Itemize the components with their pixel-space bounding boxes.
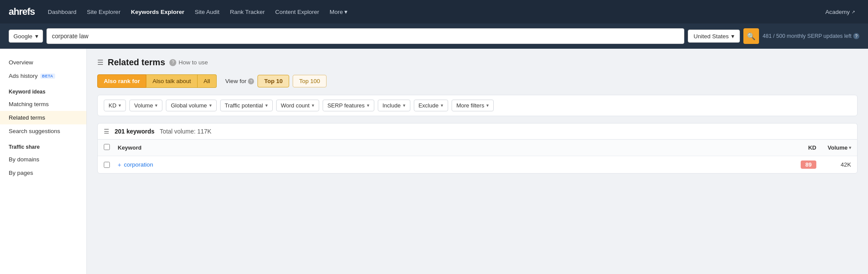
table-row-keyword-link[interactable]: corporation (124, 161, 153, 168)
hamburger-icon[interactable]: ☰ (97, 58, 103, 67)
sidebar-item-related-terms[interactable]: Related terms (0, 111, 86, 124)
country-chevron-icon: ▾ (731, 33, 734, 40)
total-volume: Total volume: 117K (160, 128, 211, 135)
nav-academy-label: Academy (825, 9, 850, 15)
tab-group: Also rank for Also talk about All View f… (97, 74, 858, 88)
table-row-checkbox[interactable] (104, 162, 110, 168)
search-button[interactable]: 🔍 (743, 28, 759, 44)
country-label: United States (693, 33, 729, 40)
nav-more-chevron-icon: ▾ (344, 8, 347, 15)
sidebar-item-search-suggestions[interactable]: Search suggestions (0, 124, 86, 138)
nav-content-explorer[interactable]: Content Explorer (271, 6, 323, 18)
sidebar-item-by-domains[interactable]: By domains (0, 153, 86, 166)
filters-row: KD Volume Global volume Traffic potentia… (97, 95, 858, 116)
table-header-volume[interactable]: Volume ▾ (816, 144, 851, 151)
engine-chevron-icon: ▾ (35, 33, 38, 40)
serp-info: 481 / 500 monthly SERP updates left ? (762, 33, 859, 39)
view-for-label: View for ? (225, 78, 254, 84)
table-header-kd: KD (790, 144, 816, 151)
sidebar-item-search-suggestions-label: Search suggestions (9, 128, 60, 134)
engine-label: Google (13, 33, 33, 40)
logo[interactable]: ahrefs (9, 6, 35, 17)
view-btn-top10[interactable]: Top 10 (257, 75, 289, 87)
sidebar-item-by-pages-label: By pages (9, 170, 33, 176)
table-header-keyword: Keyword (118, 144, 790, 151)
sidebar-item-ads-history[interactable]: Ads history BETA (0, 69, 86, 83)
tab-also-rank-for[interactable]: Also rank for (97, 74, 146, 88)
filter-serp-features-chevron-icon (367, 103, 370, 108)
filter-global-volume-chevron-icon (209, 103, 212, 108)
filter-global-volume[interactable]: Global volume (166, 100, 216, 111)
nav-academy[interactable]: Academy ↗ (821, 6, 859, 18)
page-title: Related terms (108, 57, 165, 67)
filter-serp-features[interactable]: SERP features (323, 100, 374, 111)
sidebar-section-keyword-ideas: Keyword ideas (0, 83, 86, 97)
view-btn-top100[interactable]: Top 100 (293, 75, 327, 87)
table-header: Keyword KD Volume ▾ (98, 140, 857, 156)
filter-exclude-label: Exclude (419, 102, 439, 109)
filter-exclude[interactable]: Exclude (414, 100, 448, 111)
filter-more-filters-label: More filters (456, 102, 484, 109)
search-input-wrap (46, 28, 685, 44)
sidebar-item-matching-terms[interactable]: Matching terms (0, 97, 86, 111)
nav-dashboard[interactable]: Dashboard (43, 6, 81, 18)
filter-volume[interactable]: Volume (129, 100, 162, 111)
sidebar-item-matching-terms-label: Matching terms (9, 101, 49, 107)
external-link-icon: ↗ (851, 10, 855, 14)
filter-traffic-potential[interactable]: Traffic potential (220, 100, 273, 111)
top-nav: ahrefs Dashboard Site Explorer Keywords … (0, 0, 868, 23)
how-to-use-help-icon: ? (169, 59, 176, 66)
view-for-group: View for ? Top 10 Top 100 (225, 75, 327, 87)
main-layout: Overview Ads history BETA Keyword ideas … (0, 49, 868, 274)
view-for-help-icon[interactable]: ? (248, 78, 254, 84)
keywords-table: Keyword KD Volume ▾ + corporation 89 42K (97, 139, 858, 174)
sidebar-section-traffic-share: Traffic share (0, 138, 86, 153)
nav-more-label: More (330, 9, 343, 15)
table-row-kd-cell: 89 (790, 160, 816, 169)
nav-site-audit[interactable]: Site Audit (190, 6, 224, 18)
tab-all[interactable]: All (198, 74, 217, 88)
nav-rank-tracker[interactable]: Rank Tracker (225, 6, 269, 18)
search-icon: 🔍 (747, 32, 756, 40)
how-to-use[interactable]: ? How to use (169, 59, 208, 66)
sort-icon[interactable]: ☰ (104, 128, 109, 135)
filter-volume-label: Volume (134, 102, 153, 109)
filter-include-label: Include (383, 102, 401, 109)
sidebar-item-by-pages[interactable]: By pages (0, 166, 86, 180)
serp-help-icon[interactable]: ? (853, 33, 859, 39)
filter-more-filters-chevron-icon (486, 103, 489, 108)
table-row-add-icon[interactable]: + (118, 161, 121, 168)
filter-kd[interactable]: KD (104, 100, 126, 111)
filter-include[interactable]: Include (378, 100, 410, 111)
nav-site-explorer[interactable]: Site Explorer (83, 6, 125, 18)
country-select[interactable]: United States ▾ (688, 30, 740, 43)
keywords-count: 201 keywords (115, 128, 155, 135)
table-row-checkbox-cell (104, 162, 114, 168)
engine-select[interactable]: Google ▾ (9, 30, 43, 43)
keywords-summary: ☰ 201 keywords Total volume: 117K (97, 123, 858, 139)
table-select-all-checkbox[interactable] (104, 144, 110, 150)
sidebar-item-overview-label: Overview (9, 59, 33, 66)
filter-volume-chevron-icon (155, 103, 158, 108)
logo-hrefs: hrefs (13, 6, 35, 17)
sidebar-item-ads-history-label: Ads history (9, 73, 38, 79)
sidebar-item-by-domains-label: By domains (9, 156, 40, 163)
sidebar-item-related-terms-label: Related terms (9, 114, 45, 121)
filter-global-volume-label: Global volume (171, 102, 207, 109)
nav-keywords-explorer[interactable]: Keywords Explorer (126, 6, 188, 18)
filter-word-count-chevron-icon (312, 103, 314, 108)
nav-more[interactable]: More ▾ (325, 6, 352, 18)
filter-kd-label: KD (109, 102, 116, 109)
filter-kd-chevron-icon (119, 103, 121, 108)
search-input[interactable] (52, 33, 679, 40)
filter-traffic-potential-label: Traffic potential (225, 102, 263, 109)
sidebar-item-overview[interactable]: Overview (0, 56, 86, 69)
view-for-text: View for (225, 78, 247, 84)
filter-more-filters[interactable]: More filters (452, 100, 494, 111)
filter-word-count[interactable]: Word count (276, 100, 319, 111)
table-row: + corporation 89 42K (98, 156, 857, 173)
kd-badge: 89 (801, 160, 816, 169)
tab-also-talk-about[interactable]: Also talk about (146, 74, 198, 88)
sidebar: Overview Ads history BETA Keyword ideas … (0, 49, 87, 274)
search-bar: Google ▾ United States ▾ 🔍 481 / 500 mon… (0, 23, 868, 49)
